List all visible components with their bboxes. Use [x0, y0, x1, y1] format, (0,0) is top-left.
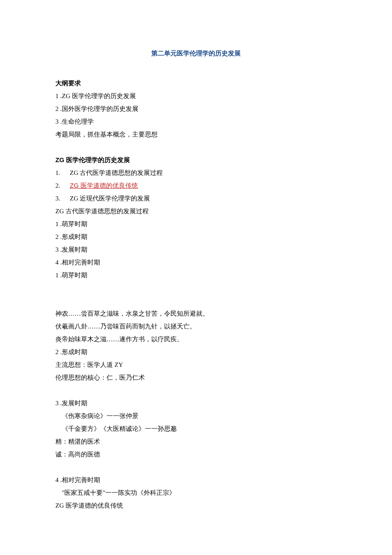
- period-item: 1 .萌芽时期: [55, 269, 337, 282]
- outline-item: 2 .国外医学伦理学的历史发展: [55, 102, 337, 115]
- body-text: "医家五戒十要"一一陈实功《外科正宗》: [55, 486, 337, 499]
- outline-note: 考题局限，抓住基本概念，主要思想: [55, 128, 337, 141]
- period-title: 2 .形成时期: [55, 346, 337, 358]
- list-label: ZG 古代医学道德思想的发展过程: [70, 169, 163, 176]
- body-text: 诚：高尚的医德: [55, 448, 337, 461]
- spacer: [55, 282, 337, 307]
- page-title: 第二单元医学伦理学的历史发展: [55, 47, 337, 60]
- document-page: 第二单元医学伦理学的历史发展 大纲要求 1 .ZG 医学伦理学的历史发展 2 .…: [0, 0, 392, 555]
- spacer: [55, 461, 337, 474]
- list-number: 1.: [55, 169, 60, 176]
- outline-item: 1 .ZG 医学伦理学的历史发展: [55, 90, 337, 102]
- period-title: 3 .发展时期: [55, 397, 337, 410]
- list-label-link[interactable]: ZG 医学道德的优良传统: [70, 182, 138, 189]
- body-text: 主流思想：医学人道 ZY: [55, 358, 337, 371]
- period-item: 4 .相对完善时期: [55, 256, 337, 269]
- list-item: 1. ZG 古代医学道德思想的发展过程: [55, 166, 337, 179]
- body-text: 《伤寒杂病论》一一张仲景: [55, 410, 337, 422]
- body-text: 炎帝始味草木之滋……遂作方书，以疗民疾。: [55, 333, 337, 346]
- list-number: 3.: [55, 195, 60, 202]
- sub-heading: ZG 古代医学道德思想的发展过程: [55, 205, 337, 218]
- period-item: 2 .形成时期: [55, 230, 337, 243]
- section-heading-outline: 大纲要求: [55, 77, 337, 90]
- body-text: 精：精湛的医术: [55, 435, 337, 448]
- body-text: 《千金要方》《大医精诚论》一一孙思邈: [55, 422, 337, 435]
- list-label: ZG 近现代医学伦理学的发展: [70, 195, 150, 202]
- period-item: 1 .萌芽时期: [55, 218, 337, 230]
- list-item: 2. ZG 医学道德的优良传统: [55, 179, 337, 192]
- spacer: [55, 384, 337, 397]
- outline-item: 3 .生命伦理学: [55, 115, 337, 128]
- list-number: 2.: [55, 182, 60, 189]
- body-text: 伏羲画八卦……乃尝味百药而制九针，以拯夭亡。: [55, 320, 337, 333]
- body-text: 伦理思想的核心：仁，医乃仁术: [55, 371, 337, 384]
- spacer: [55, 141, 337, 154]
- section-heading-history: ZG 医学伦理学的历史发展: [55, 154, 337, 166]
- list-item: 3. ZG 近现代医学伦理学的发展: [55, 192, 337, 205]
- body-text: ZG 医学道德的优良传统: [55, 499, 337, 512]
- body-text: 神农……尝百草之滋味，水泉之甘苦，令民知所避就。: [55, 307, 337, 320]
- period-item: 3 .发展时期: [55, 243, 337, 256]
- period-title: 4 .相对完善时期: [55, 474, 337, 486]
